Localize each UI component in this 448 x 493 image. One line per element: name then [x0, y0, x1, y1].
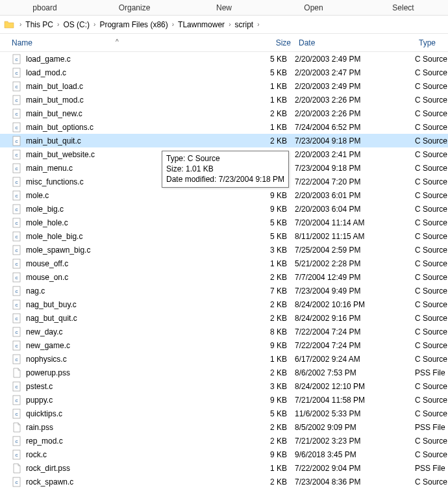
file-type: C Source — [415, 450, 448, 459]
breadcrumb-os-c[interactable]: OS (C:) — [62, 20, 91, 29]
file-date: 7/22/2004 7:20 PM — [295, 177, 415, 186]
ribbon-organize[interactable]: Organize — [90, 0, 179, 15]
file-row[interactable]: cpstest.c3 KB8/24/2002 12:10 PMC Source — [0, 379, 448, 393]
file-type: C Source — [415, 232, 448, 241]
file-date: 2/20/2003 2:49 PM — [295, 55, 415, 64]
svg-text:c: c — [16, 179, 18, 185]
chevron-right-icon[interactable]: › — [169, 21, 177, 28]
column-header-name[interactable]: Name ^ — [12, 38, 260, 47]
file-date: 2/20/2003 6:01 PM — [295, 191, 415, 200]
svg-text:c: c — [16, 357, 18, 362]
file-row[interactable]: cmouse_on.c2 KB7/7/2004 12:49 PMC Source — [0, 270, 448, 284]
file-icon — [12, 463, 22, 474]
breadcrumb-tlawnmower[interactable]: TLawnmower — [177, 20, 226, 29]
file-row[interactable]: crock_spawn.c2 KB7/23/2004 8:36 PMC Sour… — [0, 475, 448, 488]
file-row[interactable]: cload_mod.c5 KB2/20/2003 2:47 PMC Source — [0, 66, 448, 79]
file-size: 2 KB — [256, 423, 295, 432]
file-size: 9 KB — [256, 341, 295, 350]
ribbon-clipboard[interactable]: pboard — [0, 0, 90, 15]
file-row[interactable]: cmole_hole_big.c5 KB8/11/2002 11:15 AMC … — [0, 229, 448, 243]
file-date: 7/20/2004 11:14 AM — [295, 218, 415, 227]
file-type: C Source — [415, 396, 448, 405]
c-source-icon: c — [12, 108, 22, 119]
svg-text:c: c — [16, 193, 18, 199]
c-source-icon: c — [12, 409, 22, 419]
file-row[interactable]: powerup.pss2 KB8/6/2002 7:53 PMPSS File — [0, 366, 448, 379]
c-source-icon: c — [12, 449, 22, 460]
breadcrumb-bar[interactable]: › This PC › OS (C:) › Program Files (x86… — [0, 16, 448, 34]
file-size: 1 KB — [256, 464, 295, 473]
file-row[interactable]: cmole.c9 KB2/20/2003 6:01 PMC Source — [0, 188, 448, 202]
file-name: quicktips.c — [26, 409, 62, 418]
file-row[interactable]: rock_dirt.pss1 KB7/22/2002 9:04 PMPSS Fi… — [0, 461, 448, 475]
c-source-icon: c — [12, 149, 22, 160]
c-source-icon: c — [12, 136, 22, 146]
column-headers: Name ^ Size Date Type — [0, 34, 448, 52]
file-row[interactable]: crep_mod.c2 KB7/21/2002 3:23 PMC Source — [0, 434, 448, 448]
file-row[interactable]: cnag.c7 KB7/23/2004 9:49 PMC Source — [0, 284, 448, 297]
file-row[interactable]: cmain_but_quit.c2 KB7/23/2004 9:18 PMC S… — [0, 134, 448, 147]
file-date: 7/22/2004 7:24 PM — [295, 341, 415, 350]
file-name: rain.pss — [26, 423, 53, 432]
svg-text:c: c — [16, 398, 18, 403]
file-type: C Source — [415, 259, 448, 268]
column-header-type[interactable]: Type — [419, 38, 448, 47]
file-icon — [12, 368, 22, 378]
file-row[interactable]: cmain_but_new.c2 KB2/20/2003 2:26 PMC So… — [0, 107, 448, 120]
breadcrumb-script[interactable]: script — [233, 20, 255, 29]
file-row[interactable]: cload_game.c5 KB2/20/2003 2:49 PMC Sourc… — [0, 52, 448, 66]
file-row[interactable]: cpuppy.c9 KB7/21/2004 11:58 PMC Source — [0, 393, 448, 407]
chevron-right-icon[interactable]: › — [55, 21, 62, 28]
file-row[interactable]: cmouse_off.c1 KB5/21/2002 2:28 PMC Sourc… — [0, 257, 448, 270]
file-size: 2 KB — [256, 109, 295, 118]
file-date: 2/20/2003 2:26 PM — [295, 109, 415, 118]
file-tooltip: Type: C Source Size: 1.01 KB Date modifi… — [162, 151, 289, 188]
ribbon-open[interactable]: Open — [269, 0, 358, 15]
svg-text:c: c — [16, 384, 18, 390]
file-row[interactable]: cnophysics.c1 KB6/17/2002 9:24 AMC Sourc… — [0, 352, 448, 366]
svg-text:c: c — [16, 220, 18, 226]
file-name: main_but_options.c — [26, 123, 93, 132]
svg-text:c: c — [16, 70, 18, 76]
file-row[interactable]: cquicktips.c5 KB11/6/2002 5:33 PMC Sourc… — [0, 407, 448, 420]
breadcrumb-program-files[interactable]: Program Files (x86) — [98, 20, 169, 29]
file-row[interactable]: cnag_but_buy.c2 KB8/24/2002 10:16 PMC So… — [0, 297, 448, 311]
file-row[interactable]: crock.c9 KB9/6/2018 3:45 PMC Source — [0, 448, 448, 461]
file-type: C Source — [415, 109, 448, 118]
chevron-right-icon[interactable]: › — [255, 21, 262, 28]
file-name: rep_mod.c — [26, 436, 63, 446]
chevron-right-icon[interactable]: › — [91, 21, 98, 28]
ribbon-select[interactable]: Select — [358, 0, 448, 15]
file-row[interactable]: cmole_hole.c5 KB7/20/2004 11:14 AMC Sour… — [0, 216, 448, 229]
file-icon — [12, 422, 22, 433]
file-row[interactable]: cmole_big.c9 KB2/20/2003 6:04 PMC Source — [0, 202, 448, 216]
chevron-right-icon[interactable]: › — [226, 21, 233, 28]
file-type: C Source — [415, 286, 448, 296]
column-header-size[interactable]: Size — [260, 38, 299, 47]
file-type: C Source — [415, 95, 448, 105]
file-row[interactable]: cnew_day.c8 KB7/22/2004 7:24 PMC Source — [0, 325, 448, 338]
file-row[interactable]: cmain_but_load.c1 KB2/20/2003 2:49 PMC S… — [0, 79, 448, 93]
file-size: 5 KB — [256, 68, 295, 77]
file-row[interactable]: cmain_but_mod.c1 KB2/20/2003 2:26 PMC So… — [0, 93, 448, 107]
file-row[interactable]: cnag_but_quit.c2 KB8/24/2002 9:16 PMC So… — [0, 311, 448, 325]
file-row[interactable]: cmain_but_options.c1 KB7/24/2004 6:52 PM… — [0, 120, 448, 134]
file-row[interactable]: cmole_spawn_big.c3 KB7/25/2004 2:59 PMC … — [0, 243, 448, 257]
file-name: main_but_website.c — [26, 150, 95, 159]
ribbon-new[interactable]: New — [179, 0, 269, 15]
c-source-icon: c — [12, 340, 22, 351]
file-row[interactable]: cnew_game.c9 KB7/22/2004 7:24 PMC Source — [0, 338, 448, 352]
file-row[interactable]: rain.pss2 KB8/5/2002 9:09 PMPSS File — [0, 420, 448, 434]
file-type: C Source — [415, 68, 448, 77]
chevron-right-icon[interactable]: › — [17, 21, 24, 28]
file-size: 1 KB — [256, 82, 295, 91]
svg-text:c: c — [16, 166, 18, 171]
file-date: 7/23/2004 9:18 PM — [295, 164, 415, 173]
svg-text:c: c — [16, 234, 18, 240]
column-header-date[interactable]: Date — [299, 38, 419, 47]
file-name: mouse_off.c — [26, 259, 68, 268]
file-name: mole_hole_big.c — [26, 232, 82, 241]
breadcrumb-this-pc[interactable]: This PC — [24, 20, 55, 29]
file-size: 9 KB — [256, 191, 295, 200]
file-size: 2 KB — [256, 368, 295, 377]
